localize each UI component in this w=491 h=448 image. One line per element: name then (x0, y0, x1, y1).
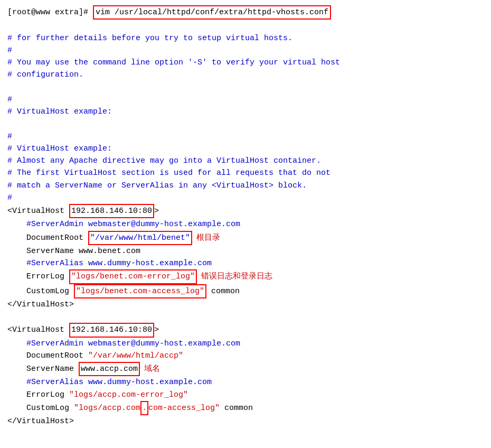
vhost1-custom-log-prefix: CustomLog (7, 285, 74, 297)
vhost1-open: <VirtualHost 192.168.146.10:80> (7, 204, 484, 218)
vhost2-ip-box: 192.168.146.10:80 (69, 323, 154, 337)
vhost2-doc-root: DocumentRoot "/var/www/html/accp" (7, 350, 484, 362)
prompt: [root@www extra]# (7, 6, 93, 18)
comment-line-8: # VirtualHost example: (7, 143, 484, 155)
vhost2-error-log: ErrorLog "logs/accp.com-error_log" (7, 389, 484, 401)
vhost2-server-alias: #ServerAlias www.dummy-host.example.com (7, 376, 484, 388)
vhost2-server-name-annotation: 域名 (144, 362, 160, 374)
vhost2-custom-log-part2: com-access_log" (148, 402, 220, 414)
vhost2-open-suffix: > (154, 324, 159, 336)
vhost2-error-log-value: "logs/accp.com-error_log" (69, 389, 188, 401)
comment-line-12: # (7, 192, 484, 204)
vhost2-doc-root-prefix: DocumentRoot (7, 350, 88, 362)
vhost1-server-name: ServerName www.benet.com (7, 245, 484, 257)
comment-line-2: # (7, 44, 484, 57)
vhost1-server-admin: #ServerAdmin webmaster@dummy-host.exampl… (7, 218, 484, 230)
vhost1-custom-log-suffix: common (206, 285, 240, 297)
vhost2-open: <VirtualHost 192.168.146.10:80> (7, 323, 484, 337)
comment-line-6: # VirtualHost example: (7, 106, 484, 118)
vhost1-error-log-prefix: ErrorLog (7, 270, 69, 283)
vhost1-ip-box: 192.168.146.10:80 (69, 204, 154, 218)
comment-line-9: # Almost any Apache directive may go int… (7, 155, 484, 167)
vhost2-custom-log-prefix: CustomLog (7, 402, 74, 414)
vhost1-server-alias: #ServerAlias www.dummy-host.example.com (7, 257, 484, 269)
vhost2-server-name-prefix: ServerName (7, 363, 79, 375)
vhost2-custom-log-suffix: common (220, 402, 253, 414)
vhost1-doc-root-prefix: DocumentRoot (7, 232, 88, 244)
vhost1-open-prefix: <VirtualHost (7, 205, 69, 217)
vhost2-custom-log: CustomLog "logs/accp.com.com-access_log"… (7, 401, 484, 415)
vhost2-error-log-prefix: ErrorLog (7, 389, 69, 401)
vhost2-custom-log-part1: "logs/accp.com (74, 402, 140, 414)
vhost1-error-log-box: "logs/benet.com-error_log" (69, 269, 197, 284)
comment-line-1: # for further details before you try to … (7, 32, 484, 44)
comment-line-11: # match a ServerName or ServerAlias in a… (7, 180, 484, 192)
vhost2-doc-root-value: "/var/www/html/accp" (88, 350, 183, 362)
comment-line-5: # (7, 94, 484, 106)
vhost1-error-log: ErrorLog "logs/benet.com-error_log"错误日志和… (7, 269, 484, 284)
vhost1-custom-log-box: "logs/benet.com-access_log" (74, 284, 206, 298)
comment-line-3: # You may use the command line option '-… (7, 57, 484, 69)
vhost1-close: </VirtualHost> (7, 298, 484, 311)
vhost1-error-log-annotation: 错误日志和登录日志 (201, 269, 272, 282)
vhost2-close: </VirtualHost> (7, 415, 484, 427)
comment-line-10: # The first VirtualHost section is used … (7, 167, 484, 179)
vhost1-open-suffix: > (154, 205, 159, 217)
comment-line-4: # configuration. (7, 69, 484, 81)
vhost1-doc-root-annotation: 根目录 (196, 231, 220, 243)
vhost2-server-admin: #ServerAdmin webmaster@dummy-host.exampl… (7, 338, 484, 350)
vhost1-doc-root-box: "/var/www/html/benet" (88, 231, 192, 245)
vhost2-cursor-box: . (140, 401, 148, 415)
comment-line-7: # (7, 130, 484, 143)
vhost2-server-name: ServerName www.accp.com域名 (7, 362, 484, 376)
command-box: vim /usr/local/httpd/conf/extra/httpd-vh… (93, 5, 331, 20)
vhost1-custom-log: CustomLog "logs/benet.com-access_log" co… (7, 284, 484, 298)
vhost1-doc-root: DocumentRoot "/var/www/html/benet"根目录 (7, 231, 484, 245)
terminal-container: [root@www extra]# vim /usr/local/httpd/c… (7, 5, 484, 427)
vhost2-open-prefix: <VirtualHost (7, 324, 69, 336)
command-line: [root@www extra]# vim /usr/local/httpd/c… (7, 5, 484, 20)
vhost2-server-name-box: www.accp.com (79, 362, 140, 376)
